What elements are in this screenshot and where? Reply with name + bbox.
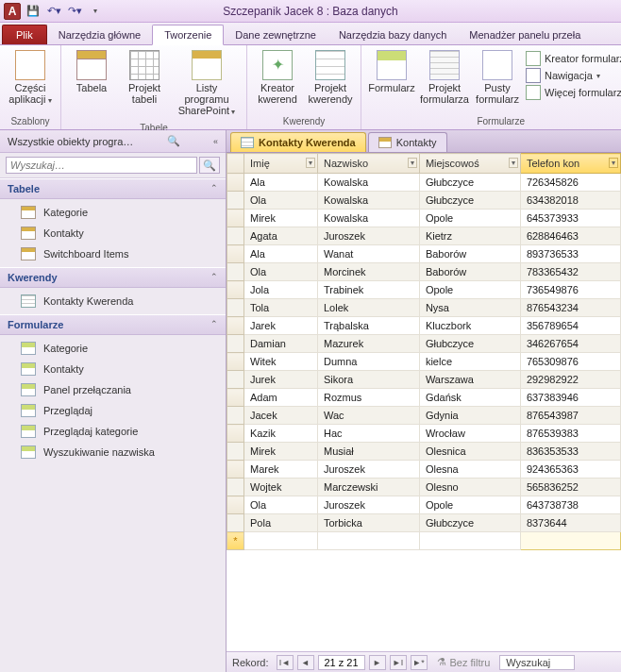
nav-item[interactable]: Kategorie	[0, 338, 226, 359]
cell[interactable]: Mirek	[244, 443, 318, 461]
cell[interactable]: Wrocław	[419, 425, 520, 443]
row-selector[interactable]	[227, 407, 244, 425]
nav-cat-tabele[interactable]: Tabele⌃	[0, 178, 226, 199]
nav-cat-formularze[interactable]: Formularze⌃	[0, 314, 226, 335]
pusty-formularz-button[interactable]: Pusty formularz	[473, 47, 522, 108]
table-row[interactable]: TolaLolekNysa876543234	[227, 299, 621, 317]
cell[interactable]: Marczewski	[317, 479, 419, 496]
cell[interactable]: 645373933	[520, 210, 620, 227]
cell[interactable]: Morcinek	[317, 263, 419, 281]
cell[interactable]: 628846463	[520, 227, 620, 245]
cell[interactable]: kielce	[419, 353, 520, 371]
nawigacja-button[interactable]: Nawigacja▾	[526, 68, 621, 83]
cell[interactable]: Baborów	[419, 263, 520, 281]
cell[interactable]: Mazurek	[317, 335, 419, 353]
cell[interactable]: Kietrz	[419, 227, 520, 245]
cell[interactable]: Wojtek	[244, 479, 318, 496]
nav-item[interactable]: Kategorie	[0, 202, 226, 223]
cell[interactable]: Olesno	[419, 479, 520, 496]
row-selector[interactable]	[227, 496, 244, 514]
cell[interactable]: Ala	[244, 174, 318, 192]
cell[interactable]: Mirek	[244, 210, 318, 227]
row-selector[interactable]	[227, 299, 244, 317]
row-selector[interactable]	[227, 227, 244, 245]
cell[interactable]: Sikora	[317, 371, 419, 389]
table-row[interactable]: DamianMazurekGłubczyce346267654	[227, 335, 621, 353]
cell[interactable]: Dumna	[317, 353, 419, 371]
cell[interactable]: Baborów	[419, 245, 520, 263]
cell[interactable]: 783365432	[520, 263, 620, 281]
table-row[interactable]: PolaTorbickaGłubczyce8373644	[227, 514, 621, 532]
row-selector[interactable]	[227, 425, 244, 443]
cell[interactable]: 736549876	[520, 281, 620, 299]
cell[interactable]: 565836252	[520, 479, 620, 496]
cell[interactable]: Olesnica	[419, 443, 520, 461]
nav-header[interactable]: Wszystkie obiekty progra… 🔍 «	[0, 130, 226, 153]
cell[interactable]: Kowalska	[317, 174, 419, 192]
table-row[interactable]: AlaWanatBaborów893736533	[227, 245, 621, 263]
cell[interactable]: Wac	[317, 407, 419, 425]
cell[interactable]: Lolek	[317, 299, 419, 317]
cell[interactable]: Głubczyce	[419, 335, 520, 353]
cell[interactable]: Rozmus	[317, 389, 419, 407]
row-selector[interactable]	[227, 389, 244, 407]
nav-cat-kwerendy[interactable]: Kwerendy⌃	[0, 267, 226, 288]
tab-dane-zewnetrzne[interactable]: Dane zewnętrzne	[224, 25, 327, 44]
cell[interactable]: 765309876	[520, 353, 620, 371]
recnav-search[interactable]: Wyszukaj	[499, 655, 575, 670]
cell[interactable]: 8373644	[520, 514, 620, 532]
cell[interactable]: Kazik	[244, 425, 318, 443]
cell[interactable]: Ola	[244, 263, 318, 281]
row-selector[interactable]	[227, 514, 244, 532]
cell[interactable]: 346267654	[520, 335, 620, 353]
row-selector[interactable]	[227, 335, 244, 353]
cell[interactable]: Kluczbork	[419, 317, 520, 335]
table-row[interactable]: JolaTrabinekOpole736549876	[227, 281, 621, 299]
table-row[interactable]: OlaJuroszekOpole643738738	[227, 496, 621, 514]
formularz-button[interactable]: Formularz	[367, 47, 416, 96]
table-row[interactable]: AgataJuroszekKietrz628846463	[227, 227, 621, 245]
row-selector[interactable]	[227, 245, 244, 263]
row-selector[interactable]	[227, 479, 244, 496]
tab-narzedzia-glowne[interactable]: Narzędzia główne	[47, 25, 152, 44]
cell[interactable]: 356789654	[520, 317, 620, 335]
cell[interactable]: Kowalska	[317, 210, 419, 227]
access-app-icon[interactable]: A	[4, 3, 21, 20]
column-dropdown-icon[interactable]: ▾	[609, 158, 618, 168]
recnav-new-button[interactable]: ►*	[411, 655, 428, 670]
save-icon[interactable]: 💾	[25, 3, 42, 20]
recnav-first-button[interactable]: I◄	[277, 655, 294, 670]
cell[interactable]: Juroszek	[317, 227, 419, 245]
cell[interactable]: 876539383	[520, 425, 620, 443]
cell[interactable]: 634382018	[520, 192, 620, 210]
table-row[interactable]: WitekDumnakielce765309876	[227, 353, 621, 371]
kreator-formularzy-button[interactable]: Kreator formularzy	[526, 51, 621, 66]
tab-narzedzia-bazy[interactable]: Narzędzia bazy danych	[327, 25, 458, 44]
table-row[interactable]: AlaKowalskaGłubczyce726345826	[227, 174, 621, 192]
cell[interactable]	[419, 532, 520, 550]
cell[interactable]: Pola	[244, 514, 318, 532]
doc-tab-kontakty-kwerenda[interactable]: Kontakty Kwerenda	[230, 132, 366, 152]
cell[interactable]: Trabinek	[317, 281, 419, 299]
cell[interactable]: 893736533	[520, 245, 620, 263]
cell[interactable]: Opole	[419, 281, 520, 299]
table-row[interactable]: MirekMusiałOlesnica836353533	[227, 443, 621, 461]
cell[interactable]: Torbicka	[317, 514, 419, 532]
row-selector[interactable]	[227, 192, 244, 210]
wiecej-formularzy-button[interactable]: Więcej formularzy▾	[526, 85, 621, 100]
cell[interactable]: 726345826	[520, 174, 620, 192]
nav-item[interactable]: Kontakty	[0, 359, 226, 379]
recnav-prev-button[interactable]: ◄	[297, 655, 314, 670]
kreator-kwerend-button[interactable]: Kreator kwerend	[253, 47, 302, 108]
nav-collapse-icon[interactable]: «	[213, 137, 218, 146]
cell[interactable]: Marek	[244, 461, 318, 479]
column-header[interactable]: Telefon kon▾	[520, 154, 620, 174]
row-selector[interactable]	[227, 281, 244, 299]
row-selector[interactable]	[227, 371, 244, 389]
cell[interactable]: Juroszek	[317, 461, 419, 479]
projekt-formularza-button[interactable]: Projekt formularza	[420, 47, 469, 108]
table-row[interactable]: WojtekMarczewskiOlesno565836252	[227, 479, 621, 496]
cell[interactable]: Jola	[244, 281, 318, 299]
cell[interactable]: Damian	[244, 335, 318, 353]
row-selector[interactable]	[227, 210, 244, 227]
